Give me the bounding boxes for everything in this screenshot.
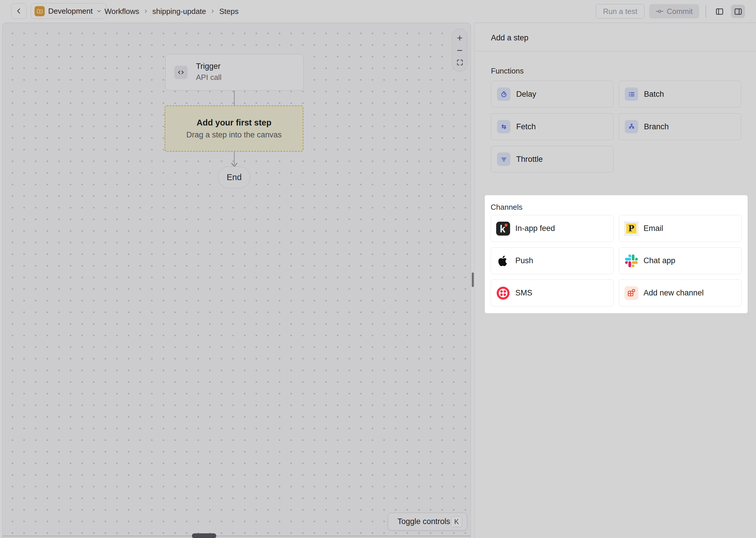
channels-label: Channels bbox=[491, 203, 523, 212]
topbar-actions: Run a test Commit bbox=[596, 0, 745, 23]
panel-header: Add a step bbox=[474, 23, 756, 51]
add-first-step-dropzone[interactable]: Add your first step Drag a step into the… bbox=[165, 105, 304, 152]
panel-left-icon bbox=[715, 7, 724, 16]
breadcrumb-separator: › bbox=[144, 6, 147, 15]
workflow-builder-app: Development Workflows › shipping-update … bbox=[0, 0, 756, 538]
back-button[interactable] bbox=[11, 3, 27, 19]
channel-card-label: Chat app bbox=[644, 256, 676, 265]
add-channel-icon bbox=[625, 286, 638, 300]
vertical-scrollbar-thumb[interactable] bbox=[472, 273, 474, 287]
trigger-step-node[interactable]: Trigger API call bbox=[165, 54, 304, 91]
horizontal-scrollbar-track bbox=[3, 536, 471, 536]
toggle-left-panel-button[interactable] bbox=[712, 5, 727, 18]
slack-icon bbox=[625, 254, 638, 268]
channel-card-label: Add new channel bbox=[644, 289, 704, 297]
environment-label: Development bbox=[48, 7, 93, 16]
breadcrumb-steps: Steps bbox=[219, 7, 239, 16]
topbar-divider bbox=[705, 5, 706, 18]
apple-icon bbox=[496, 254, 510, 268]
git-commit-icon bbox=[656, 7, 664, 15]
environment-selector[interactable]: Development bbox=[31, 3, 107, 19]
channel-card-push[interactable]: Push bbox=[491, 247, 614, 274]
channels-section: Channels k In-app feed P bbox=[485, 195, 748, 313]
function-card-branch[interactable]: Branch bbox=[619, 113, 741, 140]
filter-lines-icon bbox=[497, 152, 510, 166]
dropzone-subtitle: Drag a step into the canvas bbox=[186, 131, 282, 139]
fit-view-button[interactable] bbox=[455, 58, 465, 67]
panel-right-icon bbox=[733, 7, 743, 16]
commit-label: Commit bbox=[667, 7, 693, 16]
horizontal-scrollbar-thumb[interactable] bbox=[192, 533, 216, 538]
end-node[interactable]: End bbox=[218, 166, 250, 188]
zoom-controls: + − bbox=[452, 29, 467, 72]
trigger-node-subtitle: API call bbox=[196, 73, 221, 82]
channel-card-chat-app[interactable]: Chat app bbox=[619, 247, 742, 274]
run-a-test-button[interactable]: Run a test bbox=[596, 4, 645, 19]
functions-section: Functions Delay bbox=[491, 67, 741, 173]
function-card-throttle[interactable]: Throttle bbox=[491, 146, 613, 173]
zoom-in-button[interactable]: + bbox=[455, 33, 465, 42]
panel-title: Add a step bbox=[491, 33, 528, 42]
commit-button[interactable]: Commit bbox=[649, 4, 699, 19]
end-node-label: End bbox=[227, 173, 242, 182]
list-icon bbox=[625, 87, 638, 101]
channel-card-label: Push bbox=[515, 256, 533, 265]
toggle-controls-button[interactable]: Toggle controls K bbox=[388, 513, 467, 530]
zoom-out-button[interactable]: − bbox=[455, 46, 465, 55]
toggle-right-panel-button[interactable] bbox=[731, 5, 745, 18]
postmark-icon: P bbox=[625, 222, 638, 236]
top-bar: Development Workflows › shipping-update … bbox=[0, 0, 756, 23]
connector-edge bbox=[234, 91, 235, 105]
twilio-icon bbox=[496, 286, 510, 300]
chevron-left-icon bbox=[15, 7, 23, 15]
function-card-fetch[interactable]: Fetch bbox=[491, 113, 613, 140]
channel-card-in-app-feed[interactable]: k In-app feed bbox=[491, 215, 614, 242]
stopwatch-icon bbox=[497, 87, 510, 101]
trigger-node-title: Trigger bbox=[196, 62, 221, 71]
channel-card-add-new-channel[interactable]: Add new channel bbox=[619, 280, 742, 306]
chevron-down-icon bbox=[96, 8, 102, 14]
keyboard-shortcut-badge: K bbox=[451, 516, 462, 527]
functions-label: Functions bbox=[491, 67, 741, 76]
channel-card-label: SMS bbox=[515, 289, 533, 297]
breadcrumb: Workflows › shipping-update › Steps bbox=[105, 0, 239, 23]
function-card-label: Delay bbox=[516, 90, 536, 99]
workflow-canvas[interactable]: Trigger API call Add your first step Dra… bbox=[2, 23, 471, 538]
function-card-label: Throttle bbox=[516, 155, 543, 164]
knock-dot bbox=[504, 224, 507, 227]
function-card-label: Fetch bbox=[516, 122, 536, 131]
breadcrumb-separator: › bbox=[212, 6, 214, 15]
function-card-batch[interactable]: Batch bbox=[619, 81, 741, 107]
function-card-delay[interactable]: Delay bbox=[491, 81, 613, 107]
branch-tree-icon bbox=[625, 120, 638, 133]
function-card-label: Batch bbox=[644, 90, 664, 99]
dropzone-title: Add your first step bbox=[197, 118, 271, 128]
toggle-controls-label: Toggle controls bbox=[398, 517, 450, 526]
channel-card-sms[interactable]: SMS bbox=[491, 280, 614, 306]
knock-icon: k bbox=[496, 222, 510, 236]
fit-view-icon bbox=[456, 59, 464, 66]
breadcrumb-workflows[interactable]: Workflows bbox=[105, 7, 139, 16]
channel-card-label: In-app feed bbox=[515, 224, 555, 233]
code-brackets-icon bbox=[174, 66, 188, 79]
channel-card-label: Email bbox=[644, 224, 663, 233]
breadcrumb-workflow-name[interactable]: shipping-update bbox=[152, 7, 206, 16]
channel-card-email[interactable]: P Email bbox=[619, 215, 742, 242]
environment-folder-icon bbox=[34, 6, 45, 16]
swap-arrows-icon bbox=[497, 120, 510, 133]
function-card-label: Branch bbox=[644, 122, 669, 131]
